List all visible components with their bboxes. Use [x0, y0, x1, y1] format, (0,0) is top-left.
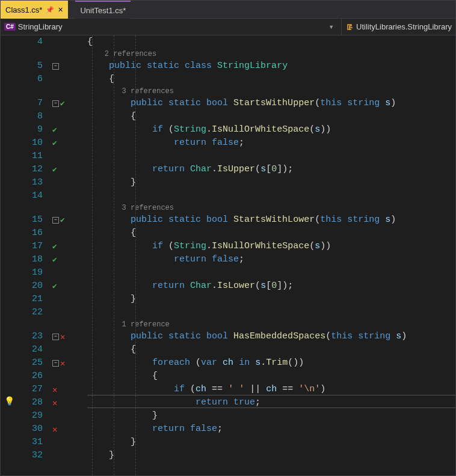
breadcrumb-label: StringLibrary: [18, 22, 63, 31]
test-pass-icon: ✔: [52, 165, 57, 174]
chevron-down-icon: ▼: [328, 24, 334, 30]
close-icon[interactable]: ✕: [58, 6, 63, 14]
fold-icon[interactable]: −: [52, 63, 59, 70]
codelens[interactable]: 3 references: [87, 86, 455, 97]
lightbulb-icon[interactable]: 💡: [4, 396, 13, 406]
fold-icon[interactable]: −: [52, 360, 59, 367]
class-icon: [345, 23, 354, 31]
tab-unittest1[interactable]: UnitTest1.cs*: [75, 1, 131, 19]
test-fail-icon: ✕: [52, 424, 57, 435]
test-pass-icon: ✔: [52, 281, 57, 291]
pin-icon[interactable]: 📌: [46, 6, 54, 14]
test-pass-icon: ✔: [52, 255, 57, 264]
test-pass-icon: ✔: [60, 99, 65, 108]
test-fail-icon: ✕: [60, 332, 65, 342]
breadcrumb-class[interactable]: UtilityLibraries.StringLibrary: [342, 19, 455, 35]
tab-label: Class1.cs*: [5, 5, 42, 14]
fold-icon[interactable]: −: [52, 334, 59, 340]
codelens[interactable]: 1 reference: [87, 319, 455, 330]
test-pass-icon: ✔: [52, 125, 57, 135]
codelens[interactable]: 2 references: [87, 49, 455, 60]
fold-icon[interactable]: −: [52, 217, 59, 224]
breadcrumb-namespace[interactable]: C# StringLibrary ▼: [1, 19, 342, 35]
csharp-icon: C#: [4, 23, 16, 31]
tab-bar: Class1.cs* 📌 ✕ UnitTest1.cs*: [1, 1, 455, 19]
line-number-gutter: 4 5 6 7 8 9 10 11 12 13 14 15 16 17 18 1…: [1, 35, 51, 475]
test-fail-icon: ✕: [52, 398, 57, 408]
test-pass-icon: ✔: [60, 215, 65, 225]
fold-icon[interactable]: −: [52, 100, 59, 107]
code-editor[interactable]: 4 5 6 7 8 9 10 11 12 13 14 15 16 17 18 1…: [1, 35, 455, 475]
test-pass-icon: ✔: [52, 242, 57, 251]
marker-gutter: − −✔ ✔ ✔ ✔ −✔ ✔ ✔ ✔ −✕ −✕ ✕ ✕ ✕: [51, 35, 87, 475]
codelens[interactable]: 3 references: [87, 203, 455, 213]
code-area[interactable]: { 2 references public static class Strin…: [87, 35, 455, 475]
test-fail-icon: ✕: [52, 385, 57, 395]
tab-label: UnitTest1.cs*: [80, 6, 126, 15]
tab-class1[interactable]: Class1.cs* 📌 ✕: [1, 1, 68, 19]
test-fail-icon: ✕: [60, 358, 65, 368]
breadcrumb-label: UtilityLibraries.StringLibrary: [356, 22, 452, 31]
test-pass-icon: ✔: [52, 138, 57, 148]
breadcrumb: C# StringLibrary ▼ UtilityLibraries.Stri…: [1, 19, 455, 35]
